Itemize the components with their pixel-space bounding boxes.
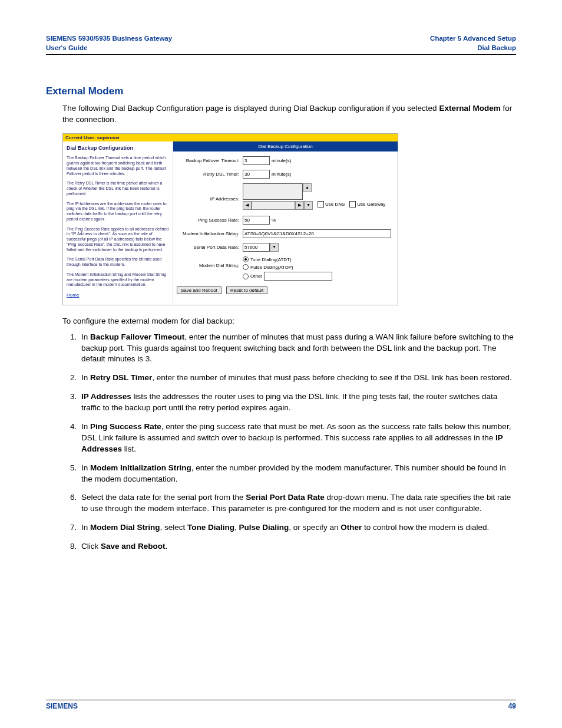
ip-label: IP Addresses: bbox=[177, 183, 243, 202]
other-input[interactable] bbox=[264, 272, 332, 281]
steps-list: In Backup Failover Timeout, enter the nu… bbox=[62, 332, 516, 552]
doc-title: SIEMENS 5930/5935 Business Gateway bbox=[46, 35, 172, 42]
init-label: Modem Initialization String: bbox=[177, 231, 243, 236]
step-8: Click Save and Reboot. bbox=[79, 541, 516, 552]
serial-select[interactable] bbox=[243, 243, 270, 252]
ip-transfer-bar bbox=[252, 201, 295, 210]
reset-default-button[interactable]: Reset to default bbox=[226, 286, 267, 294]
page-footer: SIEMENS 49 bbox=[46, 700, 516, 710]
section-name: Dial Backup bbox=[477, 44, 516, 51]
pulse-label: Pulse Dialing(ATDP) bbox=[250, 265, 293, 270]
current-user-bar: Current User: superuser bbox=[63, 134, 398, 141]
panel-header: Dial Backup Configuration bbox=[173, 141, 398, 151]
step-5: In Modem Initialization String, enter th… bbox=[79, 463, 516, 485]
ip-list[interactable] bbox=[243, 183, 303, 200]
minutes-unit: minute(s) bbox=[272, 172, 291, 177]
page-header: SIEMENS 5930/5935 Business Gateway User'… bbox=[46, 34, 516, 55]
step-2: In Retry DSL Timer, enter the number of … bbox=[79, 373, 516, 384]
home-link[interactable]: Home bbox=[67, 292, 79, 298]
use-dns-checkbox[interactable] bbox=[318, 201, 324, 207]
failover-input[interactable] bbox=[243, 156, 270, 165]
scroll-right-icon[interactable]: ▶ bbox=[295, 201, 304, 210]
minutes-unit: minute(s) bbox=[272, 158, 291, 163]
serial-label: Serial Port Data Rate: bbox=[177, 245, 243, 250]
instruction-lead: To configure the external modem for dial… bbox=[62, 316, 516, 327]
page-number: 49 bbox=[508, 702, 516, 710]
save-reboot-button[interactable]: Save and Reboot bbox=[177, 286, 222, 294]
step-4: In Ping Success Rate, enter the ping suc… bbox=[79, 421, 516, 455]
scroll-left-icon[interactable]: ◀ bbox=[243, 201, 252, 210]
step-3: IP Addresses lists the addresses the rou… bbox=[79, 391, 516, 414]
sidebar-text: The Ping Success Rate applies to all add… bbox=[67, 227, 169, 253]
section-heading: External Modem bbox=[46, 85, 516, 97]
step-6: Select the data rate for the serial port… bbox=[79, 492, 516, 515]
config-screenshot: Current User: superuser Dial Backup Conf… bbox=[62, 133, 398, 305]
chapter-title: Chapter 5 Advanced Setup bbox=[430, 35, 516, 42]
use-gateway-label: Use Gateway bbox=[357, 202, 385, 207]
step-1: In Backup Failover Timeout, enter the nu… bbox=[79, 332, 516, 365]
help-sidebar: Dial Backup Configuration The Backup Fai… bbox=[63, 141, 173, 305]
sidebar-text: The Backup Failover Timeout sets a time … bbox=[67, 156, 169, 176]
config-panel: Dial Backup Configuration Backup Failove… bbox=[173, 141, 398, 305]
ping-label: Ping Success Rate: bbox=[177, 218, 243, 223]
dropdown-icon[interactable]: ▼ bbox=[270, 243, 279, 252]
tone-radio[interactable] bbox=[243, 256, 249, 262]
doc-subtitle: User's Guide bbox=[46, 44, 87, 51]
header-right: Chapter 5 Advanced Setup Dial Backup bbox=[430, 34, 516, 52]
sidebar-text: The IP Addresses are the addresses the r… bbox=[67, 202, 169, 222]
pulse-radio[interactable] bbox=[243, 264, 249, 270]
init-input[interactable] bbox=[243, 229, 391, 238]
sidebar-text: The Modem Initialization String and Mode… bbox=[67, 272, 169, 288]
scroll-up-icon[interactable]: ▲ bbox=[303, 183, 312, 192]
percent-unit: % bbox=[272, 218, 276, 223]
use-dns-label: Use DNS bbox=[325, 202, 345, 207]
header-left: SIEMENS 5930/5935 Business Gateway User'… bbox=[46, 34, 172, 52]
other-radio[interactable] bbox=[243, 274, 249, 279]
tone-label: Tone Dialing(ATDT) bbox=[250, 257, 292, 262]
use-gateway-checkbox[interactable] bbox=[349, 201, 356, 207]
scroll-down-icon[interactable]: ▼ bbox=[304, 201, 313, 210]
failover-label: Backup Failover Timeout: bbox=[177, 158, 243, 163]
footer-brand: SIEMENS bbox=[46, 702, 78, 710]
sidebar-text: The Retry DSL Timer is the time period a… bbox=[67, 181, 169, 196]
retry-input[interactable] bbox=[243, 170, 270, 179]
sidebar-title: Dial Backup Configuration bbox=[67, 145, 169, 151]
sidebar-text: The Serial Port Data Rate specifies the … bbox=[67, 257, 169, 268]
dial-label: Modem Dial String: bbox=[177, 256, 243, 268]
other-label: Other bbox=[250, 274, 262, 279]
intro-paragraph: The following Dial Backup Configuration … bbox=[62, 103, 516, 125]
ping-input[interactable] bbox=[243, 216, 270, 225]
step-7: In Modem Dial String, select Tone Dialin… bbox=[79, 522, 516, 533]
retry-label: Retry DSL Timer: bbox=[177, 172, 243, 177]
